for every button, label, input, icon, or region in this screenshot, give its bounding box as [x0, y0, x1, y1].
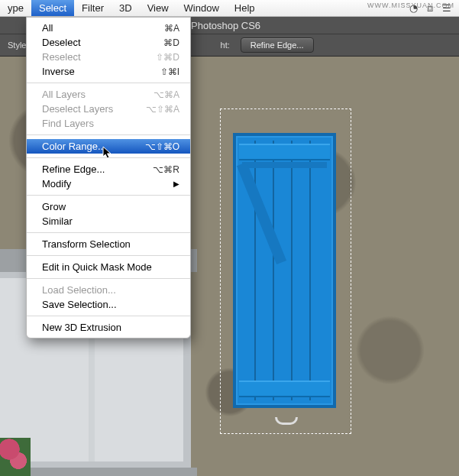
menu-item-all[interactable]: All⌘A [27, 21, 190, 35]
menu-item-label: Similar [42, 215, 73, 227]
menu-3d[interactable]: 3D [112, 0, 140, 16]
menu-item-label: Deselect [42, 37, 81, 48]
menu-separator [27, 83, 190, 83]
menu-item-deselect-layers: Deselect Layers⌥⇧⌘A [27, 102, 190, 116]
menu-separator [27, 316, 190, 316]
menu-filter[interactable]: Filter [74, 0, 112, 16]
menu-item-label: Load Selection... [42, 284, 116, 296]
menu-item-shortcut: ⌘D [163, 37, 179, 48]
menu-item-label: New 3D Extrusion [42, 322, 121, 333]
menu-item-inverse[interactable]: Inverse⇧⌘I [27, 64, 190, 79]
menu-item-color-range[interactable]: Color Range...⌥⇧⌘O [27, 139, 190, 154]
menu-item-deselect[interactable]: Deselect⌘D [27, 35, 190, 50]
menu-item-label: All [42, 22, 53, 34]
watermark-text: WWW.MISSYUAN.COM [367, 2, 454, 9]
menu-item-shortcut: ⇧⌘I [160, 66, 179, 77]
menu-item-similar[interactable]: Similar [27, 214, 190, 228]
menu-item-shortcut: ⌘A [164, 23, 179, 34]
menu-item-label: Deselect Layers [42, 103, 113, 115]
submenu-arrow-icon: ▶ [173, 180, 179, 188]
menu-item-shortcut: ⌥⇧⌘A [146, 104, 179, 115]
menu-separator [27, 195, 190, 196]
menu-item-shortcut: ⇧⌘D [156, 52, 179, 63]
menu-help[interactable]: Help [227, 0, 263, 16]
menu-item-all-layers: All Layers⌥⌘A [27, 87, 190, 102]
app-title: Photoshop CS6 [191, 17, 260, 34]
menu-item-find-layers: Find Layers [27, 116, 190, 131]
select-menu-dropdown: All⌘ADeselect⌘DReselect⇧⌘DInverse⇧⌘IAll … [26, 17, 191, 338]
menu-separator [27, 134, 190, 135]
menu-item-new-3d-extrusion[interactable]: New 3D Extrusion [27, 320, 190, 335]
menu-separator [27, 157, 190, 158]
menu-item-label: Grow [42, 201, 66, 212]
menu-select[interactable]: Select [31, 0, 74, 16]
menu-separator [27, 278, 190, 279]
menu-view[interactable]: View [140, 0, 176, 16]
menu-item-shortcut: ⌥⇧⌘O [145, 141, 179, 152]
menu-item-grow[interactable]: Grow [27, 199, 190, 214]
menu-separator [27, 255, 190, 256]
menu-item-label: Modify [42, 178, 71, 189]
menu-item-save-selection[interactable]: Save Selection... [27, 297, 190, 312]
menu-item-shortcut: ⌥⌘A [154, 89, 179, 100]
menu-item-label: Save Selection... [42, 299, 117, 310]
menu-item-label: Find Layers [42, 118, 94, 129]
menu-item-load-selection: Load Selection... [27, 283, 190, 297]
menu-item-label: Reselect [42, 51, 81, 63]
refine-edge-button[interactable]: Refine Edge... [241, 37, 314, 53]
menu-item-label: Edit in Quick Mask Mode [42, 261, 152, 273]
menu-type[interactable]: ype [0, 0, 31, 16]
menu-item-label: Color Range... [42, 141, 106, 152]
menu-separator [27, 232, 190, 233]
menu-item-refine-edge[interactable]: Refine Edge...⌥⌘R [27, 162, 190, 176]
menu-item-transform-selection[interactable]: Transform Selection [27, 237, 190, 251]
flowers-graphic [0, 438, 31, 476]
menu-item-edit-in-quick-mask-mode[interactable]: Edit in Quick Mask Mode [27, 260, 190, 274]
menu-window[interactable]: Window [176, 0, 227, 16]
menu-item-label: Transform Selection [42, 238, 131, 250]
selection-marquee[interactable] [220, 108, 351, 434]
menu-item-modify[interactable]: Modify▶ [27, 176, 190, 191]
height-label: ht: [221, 40, 230, 50]
menu-item-reselect: Reselect⇧⌘D [27, 50, 190, 64]
menu-item-label: All Layers [42, 89, 86, 100]
menu-item-label: Inverse [42, 66, 75, 77]
menu-item-label: Refine Edge... [42, 164, 105, 175]
menu-item-shortcut: ⌥⌘R [153, 164, 179, 175]
